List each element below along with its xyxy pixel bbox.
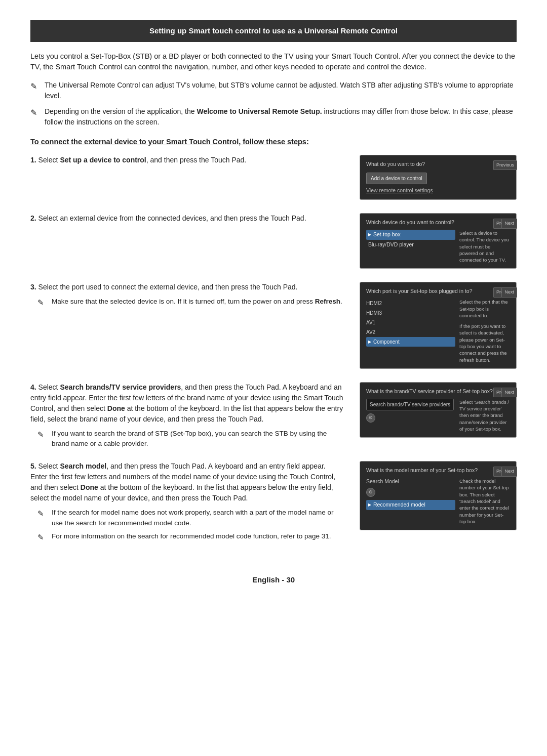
step-3-note: ✎ Make sure that the selected device is … xyxy=(37,297,344,309)
step-4-left: 4. Select Search brands/TV service provi… xyxy=(30,382,344,449)
tv-av2[interactable]: AV2 xyxy=(366,327,455,337)
tv-previous-btn-1[interactable]: Previous xyxy=(493,160,517,171)
footer: English - 30 xyxy=(30,570,517,590)
page-title: Setting up Smart touch control to use as… xyxy=(149,26,398,35)
tv-panel-5-inner: Search Model ⊙ ▶ Recommended model Check… xyxy=(366,478,510,525)
tv-panel-4-hint: Select 'Search brands / TV service provi… xyxy=(459,399,510,432)
step-4-text: 4. Select Search brands/TV service provi… xyxy=(30,382,344,425)
tv-panel-3-hint1: Select the port that the Set-top box is … xyxy=(459,299,510,319)
tv-panel-2: Which device do you want to control? ▶ S… xyxy=(360,213,517,269)
tv-next-btn-3[interactable]: Next xyxy=(501,287,517,298)
tv-next-btn-2[interactable]: Next xyxy=(501,219,517,229)
notes-section: ✎ The Universal Remote Control can adjus… xyxy=(30,80,517,128)
note-icon-1: ✎ xyxy=(30,80,42,93)
tv-panel-1-inner: Add a device to control View remote cont… xyxy=(366,172,510,195)
tv-panel-3: Which port is your Set-top box plugged i… xyxy=(360,282,517,368)
note-2: ✎ Depending on the version of the applic… xyxy=(30,106,517,128)
step-3-left: 3. Select the port used to connect the e… xyxy=(30,282,344,309)
step-2-text: 2. Select an external device from the co… xyxy=(30,213,344,224)
tv-panel-2-inner: ▶ Set-top box Blu-ray/DVD player Select … xyxy=(366,230,510,263)
tv-panel-4-inner: Search brands/TV service providers ⊙ Sel… xyxy=(366,399,510,432)
tv-settop-item[interactable]: ▶ Set-top box xyxy=(366,230,455,240)
step-5-left: 5. Select Search model, and then press t… xyxy=(30,461,344,543)
tv-hdmi2[interactable]: HDMI2 xyxy=(366,299,455,308)
tv-panel-3-hint2: If the port you want to select is deacti… xyxy=(459,323,510,363)
tv-panel-3-inner: HDMI2 HDMI3 AV1 AV2 ▶ Component Select t… xyxy=(366,299,510,363)
note-2-text: Depending on the version of the applicat… xyxy=(45,106,517,128)
step-5-row: 5. Select Search model, and then press t… xyxy=(30,461,517,543)
intro-text: Lets you control a Set-Top-Box (STB) or … xyxy=(30,51,517,73)
step-1-left: 1. Select Set up a device to control, an… xyxy=(30,155,344,170)
tv-panel-1-label: What do you want to do? xyxy=(366,160,510,169)
step-1-panel: What do you want to do? Add a device to … xyxy=(360,155,517,201)
tv-component[interactable]: ▶ Component xyxy=(366,337,455,347)
note-1: ✎ The Universal Remote Control can adjus… xyxy=(30,80,517,101)
step-3-text: 3. Select the port used to connect the e… xyxy=(30,282,344,292)
step-4-row: 4. Select Search brands/TV service provi… xyxy=(30,382,517,449)
tv-view-settings-link[interactable]: View remote control settings xyxy=(366,187,510,195)
step-5-note-text-2: For more information on the search for r… xyxy=(52,531,331,541)
step-5-note-1: ✎ If the search for model name does not … xyxy=(37,508,344,528)
step-5-note-icon-1: ✎ xyxy=(37,508,49,520)
step-3-panel: Which port is your Set-top box plugged i… xyxy=(360,282,517,369)
note-icon-2: ✎ xyxy=(30,107,42,119)
tv-search-brands-box[interactable]: Search brands/TV service providers xyxy=(366,399,454,410)
step-4-note-text: If you want to search the brand of STB (… xyxy=(52,429,344,449)
page-title-box: Setting up Smart touch control to use as… xyxy=(30,20,517,42)
tv-panel-1: What do you want to do? Add a device to … xyxy=(360,155,517,200)
tv-next-btn-4[interactable]: Next xyxy=(501,388,517,398)
tv-panel-5: What is the model number of your Set-top… xyxy=(360,461,517,530)
steps-container: 1. Select Set up a device to control, an… xyxy=(30,155,517,556)
step-1-text: 1. Select Set up a device to control, an… xyxy=(30,155,344,165)
tv-panel-4-label: What is the brand/TV service provider of… xyxy=(366,388,510,396)
step-2-left: 2. Select an external device from the co… xyxy=(30,213,344,228)
tv-panel-2-hint: Select a device to control. The device y… xyxy=(459,230,510,263)
tv-panel-3-label: Which port is your Set-top box plugged i… xyxy=(366,287,510,296)
tv-hdmi3[interactable]: HDMI3 xyxy=(366,308,455,318)
step-3-note-text: Make sure that the selected device is on… xyxy=(52,297,342,307)
step-2-panel: Which device do you want to control? ▶ S… xyxy=(360,213,517,270)
step-5-panel: What is the model number of your Set-top… xyxy=(360,461,517,531)
step-3-note-icon: ✎ xyxy=(37,297,49,309)
tv-model-circle: ⊙ xyxy=(366,488,375,497)
step-5-note-text-1: If the search for model name does not wo… xyxy=(52,508,344,528)
tv-recommended-model[interactable]: ▶ Recommended model xyxy=(366,500,455,510)
step-5-note-icon-2: ✎ xyxy=(37,532,49,543)
tv-search-circle: ⊙ xyxy=(366,413,375,423)
step-3-row: 3. Select the port used to connect the e… xyxy=(30,282,517,369)
step-1-row: 1. Select Set up a device to control, an… xyxy=(30,155,517,201)
tv-search-model-label: Search Model xyxy=(366,478,455,486)
step-4-panel: What is the brand/TV service provider of… xyxy=(360,382,517,439)
tv-bluray-item[interactable]: Blu-ray/DVD player xyxy=(366,240,455,250)
step-5-text: 5. Select Search model, and then press t… xyxy=(30,461,344,503)
tv-panel-3-hints: Select the port that the Set-top box is … xyxy=(459,299,510,363)
tv-next-btn-5[interactable]: Next xyxy=(501,467,517,477)
tv-panel-5-hint: Check the model number of your Set-top b… xyxy=(459,478,510,525)
tv-panel-4: What is the brand/TV service provider of… xyxy=(360,382,517,438)
tv-av1[interactable]: AV1 xyxy=(366,318,455,327)
tv-panel-5-label: What is the model number of your Set-top… xyxy=(366,467,510,475)
sub-heading: To connect the external device to your S… xyxy=(30,137,517,148)
note-1-text: The Universal Remote Control can adjust … xyxy=(45,80,517,101)
step-4-note-icon: ✎ xyxy=(37,429,49,441)
step-2-row: 2. Select an external device from the co… xyxy=(30,213,517,270)
tv-panel-2-label: Which device do you want to control? xyxy=(366,219,510,227)
step-4-note: ✎ If you want to search the brand of STB… xyxy=(37,429,344,449)
tv-add-device-btn[interactable]: Add a device to control xyxy=(366,173,427,184)
footer-text: English - 30 xyxy=(252,575,295,584)
step-5-note-2: ✎ For more information on the search for… xyxy=(37,531,344,543)
